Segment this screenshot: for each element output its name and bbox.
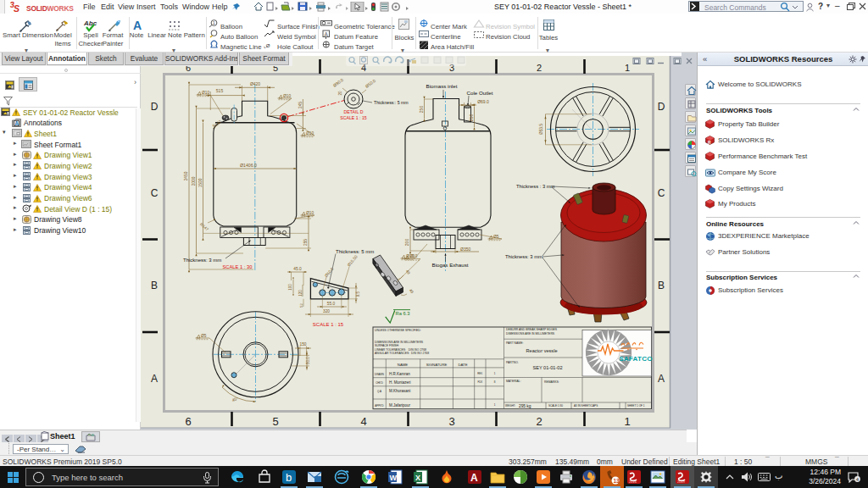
svg-text:Ø10: Ø10 bbox=[283, 94, 291, 98]
svg-text:DRAWN: DRAWN bbox=[375, 373, 384, 376]
svg-text:2019: 2019 bbox=[677, 480, 686, 484]
svg-text:210: 210 bbox=[469, 114, 474, 122]
svg-text:B: B bbox=[658, 280, 665, 291]
svg-text:Q.A: Q.A bbox=[377, 390, 381, 393]
svg-text:2: 2 bbox=[536, 415, 542, 428]
svg-text:45.0: 45.0 bbox=[293, 267, 302, 271]
svg-text:SCALE 1 : 15: SCALE 1 : 15 bbox=[313, 322, 344, 327]
svg-text:Cole Outlet: Cole Outlet bbox=[467, 90, 493, 96]
svg-text:DEBURR AND BREAK SHARP EDGES: DEBURR AND BREAK SHARP EDGES bbox=[506, 328, 558, 331]
svg-text:D: D bbox=[658, 101, 665, 113]
svg-text:SIGNATURE: SIGNATURE bbox=[426, 363, 448, 367]
svg-text:MATERIAL:: MATERIAL: bbox=[506, 380, 521, 383]
svg-text:A3 IN SHEET/CAPS: A3 IN SHEET/CAPS bbox=[574, 404, 598, 408]
svg-text:Abc: Abc bbox=[83, 19, 97, 27]
svg-text:Ø10: Ø10 bbox=[410, 254, 418, 258]
svg-text:Ø1406.0: Ø1406.0 bbox=[240, 163, 257, 168]
svg-text:320: 320 bbox=[323, 309, 330, 313]
svg-text:A: A bbox=[325, 31, 329, 37]
svg-text:Thickness: 3 mm: Thickness: 3 mm bbox=[183, 258, 221, 263]
svg-text:A: A bbox=[14, 120, 19, 126]
svg-text:1500: 1500 bbox=[198, 178, 203, 187]
svg-text:6: 6 bbox=[185, 415, 191, 428]
svg-text:DIMENSIONS ARE IN MILLIMETERS: DIMENSIONS ARE IN MILLIMETERS bbox=[506, 332, 555, 336]
svg-text:515: 515 bbox=[216, 88, 224, 93]
svg-text:Ø53.5: Ø53.5 bbox=[539, 124, 543, 135]
svg-text:SAFATCO: SAFATCO bbox=[619, 355, 653, 363]
svg-text:DATE: DATE bbox=[458, 363, 467, 367]
svg-text:M.Khorasani: M.Khorasani bbox=[389, 389, 410, 393]
svg-text:80.0: 80.0 bbox=[307, 357, 311, 364]
svg-text:NAME: NAME bbox=[398, 363, 409, 367]
svg-text:CHK'D: CHK'D bbox=[376, 381, 383, 385]
svg-text:ANGULAR TOLERANCES: DIN ISO 2: ANGULAR TOLERANCES: DIN ISO 2768 bbox=[375, 352, 429, 355]
svg-text:B: B bbox=[151, 280, 158, 291]
svg-text:Ø10: Ø10 bbox=[306, 211, 314, 215]
svg-text:Ø350: Ø350 bbox=[460, 247, 470, 252]
svg-text:H.R.Kamran: H.R.Kamran bbox=[389, 372, 410, 376]
svg-text:Ø420: Ø420 bbox=[250, 81, 260, 86]
svg-text:1: 1 bbox=[625, 63, 630, 73]
svg-text:D: D bbox=[151, 101, 159, 113]
svg-text:255: 255 bbox=[303, 239, 308, 246]
svg-text:120: 120 bbox=[298, 290, 303, 297]
svg-text:1: 1 bbox=[213, 20, 215, 25]
svg-text:SCALE 1 : 30: SCALE 1 : 30 bbox=[222, 264, 252, 269]
svg-text:Thickness:: 5 mm: Thickness:: 5 mm bbox=[374, 100, 409, 105]
svg-text:Thickness : 3 mm: Thickness : 3 mm bbox=[516, 184, 555, 189]
svg-text:Ø10: Ø10 bbox=[202, 91, 209, 95]
svg-text:3: 3 bbox=[448, 415, 454, 428]
svg-text:295 kg: 295 kg bbox=[519, 404, 531, 408]
svg-text:X: X bbox=[415, 474, 420, 482]
svg-text:Thickness: 3 mm: Thickness: 3 mm bbox=[505, 254, 542, 259]
svg-text:250: 250 bbox=[419, 106, 424, 114]
svg-text:PARTNO.: PARTNO. bbox=[506, 361, 519, 364]
svg-text:C: C bbox=[151, 187, 159, 199]
svg-text:245: 245 bbox=[298, 102, 303, 108]
svg-text:2: 2 bbox=[537, 63, 542, 73]
svg-text:13: 13 bbox=[614, 478, 620, 484]
svg-text:REV.: REV. bbox=[477, 372, 482, 375]
svg-text:SEY 01-01-02: SEY 01-01-02 bbox=[532, 365, 562, 370]
svg-text:Ra 6.3: Ra 6.3 bbox=[395, 311, 409, 316]
svg-text:52: 52 bbox=[299, 303, 303, 308]
svg-text:S: S bbox=[14, 3, 19, 14]
svg-text:APPV'D: APPV'D bbox=[375, 404, 383, 408]
svg-text:DETAIL D: DETAIL D bbox=[344, 109, 364, 114]
svg-text:C: C bbox=[658, 187, 665, 199]
svg-text:LINEAR TOLERANCES: DIN ISO 2: LINEAR TOLERANCES: DIN ISO 2768 bbox=[375, 348, 426, 352]
svg-text:PART NAME:: PART NAME: bbox=[506, 341, 523, 345]
svg-text:⌞Ø: ⌞Ø bbox=[264, 43, 270, 48]
svg-text:R: R bbox=[708, 140, 711, 145]
svg-text:FDX: FDX bbox=[477, 380, 482, 384]
svg-text:100: 100 bbox=[288, 284, 292, 291]
svg-text:A: A bbox=[151, 373, 158, 385]
svg-text:W: W bbox=[390, 474, 398, 482]
svg-text:SCALE:1:30: SCALE:1:30 bbox=[548, 404, 563, 408]
svg-text:2000: 2000 bbox=[192, 176, 196, 186]
svg-text:2016: 2016 bbox=[629, 480, 637, 484]
svg-text:WEIGHT:: WEIGHT: bbox=[505, 404, 515, 408]
svg-text:Biomass inlet: Biomass inlet bbox=[426, 83, 458, 89]
svg-text:Ø10: Ø10 bbox=[306, 131, 314, 136]
svg-text:5: 5 bbox=[272, 415, 278, 428]
svg-text:SHEET 1 OF 1: SHEET 1 OF 1 bbox=[627, 404, 645, 408]
svg-text:REMARKS:: REMARKS: bbox=[544, 380, 559, 384]
svg-text:4: 4 bbox=[360, 415, 366, 428]
svg-text:55.0: 55.0 bbox=[327, 302, 336, 306]
svg-text:Biogas Exhaust: Biogas Exhaust bbox=[432, 262, 469, 268]
svg-text:Thickness: 5 mm: Thickness: 5 mm bbox=[336, 249, 374, 254]
svg-text:UNLESS OTHERWISE SPECIFIED:: UNLESS OTHERWISE SPECIFIED: bbox=[375, 329, 421, 332]
svg-text:2450: 2450 bbox=[184, 171, 188, 180]
svg-text:M.Jafaripour: M.Jafaripour bbox=[389, 403, 411, 408]
svg-text:b: b bbox=[286, 471, 292, 484]
svg-text:20: 20 bbox=[338, 91, 342, 96]
svg-text:A: A bbox=[470, 472, 478, 484]
svg-text:9.5: 9.5 bbox=[356, 291, 360, 297]
svg-text:A: A bbox=[658, 373, 665, 385]
svg-text:H. Montazeri: H. Montazeri bbox=[389, 380, 411, 385]
svg-text:Ø5: Ø5 bbox=[201, 334, 207, 338]
svg-text:SURFACE FINISH:: SURFACE FINISH: bbox=[375, 344, 399, 347]
svg-text:1: 1 bbox=[624, 415, 630, 428]
svg-text:200: 200 bbox=[404, 239, 409, 247]
